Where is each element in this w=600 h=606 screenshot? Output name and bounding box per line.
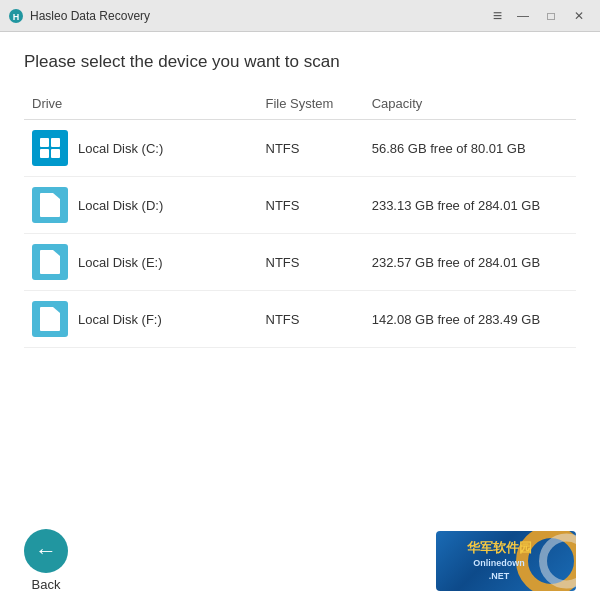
title-bar: H Hasleo Data Recovery ≡ — □ ✕ bbox=[0, 0, 600, 32]
drive-name: Local Disk (C:) bbox=[78, 141, 163, 156]
svg-text:H: H bbox=[13, 12, 20, 22]
window-title: Hasleo Data Recovery bbox=[30, 9, 493, 23]
disk-drive-icon bbox=[32, 301, 68, 337]
table-row[interactable]: Local Disk (E:)NTFS232.57 GB free of 284… bbox=[24, 234, 576, 291]
drive-name: Local Disk (E:) bbox=[78, 255, 163, 270]
table-row[interactable]: Local Disk (F:)NTFS142.08 GB free of 283… bbox=[24, 291, 576, 348]
drive-cell-1: Local Disk (D:) bbox=[24, 177, 258, 234]
drive-cell-3: Local Disk (F:) bbox=[24, 291, 258, 348]
drive-cell-2: Local Disk (E:) bbox=[24, 234, 258, 291]
capacity-cell: 56.86 GB free of 80.01 GB bbox=[364, 120, 576, 177]
disk-drive-icon bbox=[32, 187, 68, 223]
capacity-cell: 233.13 GB free of 284.01 GB bbox=[364, 177, 576, 234]
watermark-line3: .NET bbox=[467, 570, 532, 583]
minimize-button[interactable]: — bbox=[510, 6, 536, 26]
column-header-drive: Drive bbox=[24, 90, 258, 120]
drive-name: Local Disk (F:) bbox=[78, 312, 162, 327]
main-content: Please select the device you want to sca… bbox=[0, 32, 600, 606]
table-row[interactable]: Local Disk (C:)NTFS56.86 GB free of 80.0… bbox=[24, 120, 576, 177]
filesystem-cell: NTFS bbox=[258, 234, 364, 291]
menu-icon[interactable]: ≡ bbox=[493, 7, 502, 25]
filesystem-cell: NTFS bbox=[258, 291, 364, 348]
drive-cell-0: Local Disk (C:) bbox=[24, 120, 258, 177]
capacity-cell: 232.57 GB free of 284.01 GB bbox=[364, 234, 576, 291]
maximize-button[interactable]: □ bbox=[538, 6, 564, 26]
column-header-filesystem: File System bbox=[258, 90, 364, 120]
drive-table: Drive File System Capacity Local Disk (C… bbox=[24, 90, 576, 348]
capacity-cell: 142.08 GB free of 283.49 GB bbox=[364, 291, 576, 348]
back-circle-icon: ← bbox=[24, 529, 68, 573]
drive-list: Local Disk (C:)NTFS56.86 GB free of 80.0… bbox=[24, 120, 576, 348]
page-title: Please select the device you want to sca… bbox=[24, 52, 576, 72]
watermark-line1: 华军软件园 bbox=[467, 539, 532, 557]
app-icon: H bbox=[8, 8, 24, 24]
column-header-capacity: Capacity bbox=[364, 90, 576, 120]
window-controls: — □ ✕ bbox=[510, 6, 592, 26]
back-arrow-icon: ← bbox=[35, 540, 57, 562]
filesystem-cell: NTFS bbox=[258, 177, 364, 234]
watermark-line2: Onlinedown bbox=[467, 557, 532, 570]
back-label: Back bbox=[32, 577, 61, 592]
drive-name: Local Disk (D:) bbox=[78, 198, 163, 213]
table-row[interactable]: Local Disk (D:)NTFS233.13 GB free of 284… bbox=[24, 177, 576, 234]
table-header: Drive File System Capacity bbox=[24, 90, 576, 120]
watermark-text: 华军软件园 Onlinedown .NET bbox=[461, 539, 552, 582]
watermark-badge: 华军软件园 Onlinedown .NET bbox=[436, 531, 576, 591]
back-button[interactable]: ← Back bbox=[24, 529, 68, 592]
bottom-bar: ← Back 华军软件园 Onlinedown .NET bbox=[24, 513, 576, 606]
close-button[interactable]: ✕ bbox=[566, 6, 592, 26]
windows-drive-icon bbox=[32, 130, 68, 166]
filesystem-cell: NTFS bbox=[258, 120, 364, 177]
disk-drive-icon bbox=[32, 244, 68, 280]
